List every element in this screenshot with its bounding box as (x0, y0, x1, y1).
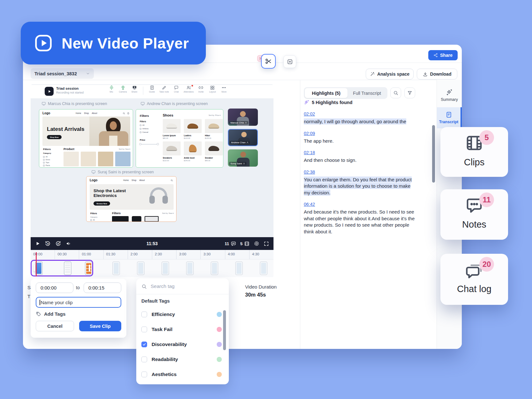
timeline-thumbnail[interactable] (186, 261, 194, 275)
transcript-timestamp[interactable]: 06:42 (304, 202, 315, 207)
camera-button[interactable]: Camera (119, 85, 127, 93)
timeline-thumbnail[interactable] (161, 261, 169, 275)
participant-video-marcus[interactable]: Marcus Chia (228, 109, 258, 126)
shared-screen-electronics[interactable]: Logo Home Shop About Shop the LatestElec… (86, 176, 176, 222)
timeline-tick[interactable]: 3:00 (176, 250, 200, 259)
chat-log-card[interactable]: 20 Chat log (440, 254, 508, 305)
product-image[interactable] (81, 152, 96, 166)
product-image[interactable] (184, 119, 202, 133)
tab-summary[interactable]: Summary (437, 89, 462, 102)
take-note-button[interactable]: Take note (159, 85, 169, 93)
checkbox[interactable] (141, 372, 147, 377)
comments-counter[interactable]: 11 (225, 241, 236, 246)
transcript-text[interactable]: You can enlarge them. Do you feel that t… (304, 177, 417, 196)
transcript-search-button[interactable] (390, 87, 401, 98)
fullscreen-icon[interactable] (264, 241, 269, 246)
category-filters[interactable]: All Dress Tops Pants (43, 155, 50, 167)
product-image[interactable] (132, 216, 141, 222)
timeline-thumbnail[interactable] (137, 261, 145, 275)
transcript-scrollbar[interactable] (432, 125, 435, 183)
timeline-thumbnail[interactable] (260, 261, 267, 275)
clip-end-input[interactable]: 0:00:15 (84, 282, 121, 293)
transcript-timestamp[interactable]: 02:38 (304, 169, 315, 175)
screenshare-button[interactable]: Share (130, 85, 139, 93)
clip-end-handle[interactable] (89, 265, 90, 272)
checkbox[interactable] (141, 312, 147, 317)
clips-counter[interactable]: 5 (240, 241, 250, 246)
share-button[interactable]: Share (428, 50, 458, 60)
settings-gear-icon[interactable] (254, 241, 259, 246)
timeline-tick[interactable]: 4:00 (225, 250, 249, 259)
transcript-timestamp[interactable]: 02:09 (304, 131, 315, 136)
product-image[interactable] (163, 141, 181, 155)
timeline-tick[interactable]: 00:00 (31, 250, 55, 259)
timeline-tick[interactable]: 2:00 (128, 250, 152, 259)
product-image[interactable] (163, 119, 181, 133)
tab-highlights[interactable]: Highlights (5) (305, 88, 348, 98)
tag-panel-scrollbar[interactable] (223, 310, 226, 350)
product-image[interactable] (64, 152, 79, 166)
notes-card[interactable]: 11 Notes (440, 189, 508, 240)
timeline-thumbnail[interactable] (112, 261, 120, 275)
product-image[interactable] (145, 216, 159, 222)
checkbox[interactable] (141, 327, 147, 332)
cancel-button[interactable]: Cancel (36, 321, 74, 331)
browse-now-button[interactable]: Browse Now (94, 201, 110, 206)
timeline-tick[interactable]: 00:30 (55, 250, 79, 259)
tag-option-readability[interactable]: Readability (136, 352, 229, 367)
product-image[interactable] (112, 216, 129, 222)
chat-button[interactable]: Chat (172, 85, 180, 93)
clips-card[interactable]: 5 Clips (440, 127, 508, 177)
clip-start-input[interactable]: 0:00:00 (36, 282, 73, 293)
analysis-space-button[interactable]: Analysis space (366, 69, 414, 79)
timeline-filmstrip[interactable] (31, 260, 273, 277)
invite-button[interactable]: Invite (197, 85, 205, 93)
clip-name-input[interactable]: Name your clip (36, 297, 121, 308)
tag-option-task-fail[interactable]: Task Fail (136, 322, 229, 337)
add-highlight-button[interactable] (283, 55, 296, 68)
tab-transcript[interactable]: Transcript (437, 107, 462, 128)
transcript-timestamp[interactable]: 02:18 (304, 150, 315, 155)
shared-screen-shoes[interactable]: Filters Filters All Athletic Casual Pric… (136, 109, 223, 168)
shop-now-button[interactable]: Shop Now (47, 135, 62, 139)
transcript-filter-button[interactable] (404, 87, 415, 98)
timeline-tick[interactable]: 4:30 (249, 250, 273, 259)
product-image[interactable] (98, 152, 113, 166)
sort-dropdown[interactable]: Sort by: Price ▾ (209, 114, 221, 116)
clip-start-handle[interactable] (34, 265, 35, 272)
tag-search-input[interactable]: Search tag (141, 283, 175, 289)
timeline-thumbnail[interactable] (235, 261, 243, 275)
tag-option-aesthetics[interactable]: Aesthetics (136, 367, 229, 382)
attendees-button[interactable]: Attendees (184, 85, 194, 93)
tab-full-transcript[interactable]: Full Transcript (348, 88, 386, 98)
sort-dropdown[interactable]: Sort by: New ▾ (119, 148, 130, 150)
timeline-thumbnail[interactable] (211, 261, 218, 275)
mic-button[interactable]: Mic (107, 85, 116, 93)
transcript-text[interactable]: And because it's the new products. So I … (304, 209, 417, 235)
transcript-timestamp[interactable]: 02:02 (304, 111, 315, 117)
playhead[interactable] (36, 252, 37, 276)
checkbox-checked[interactable] (141, 342, 147, 347)
timeline-ruler[interactable]: 00:00 00:30 01:00 01:30 2:00 2:30 3:00 3… (31, 250, 273, 260)
more-button[interactable]: More (220, 85, 228, 93)
transcript-text[interactable]: normally, I will go through around, go a… (304, 118, 417, 125)
download-button[interactable]: Download (417, 69, 457, 79)
participant-video-suraj[interactable]: Suraj Saini (228, 149, 258, 167)
layout-button[interactable]: Layout (208, 85, 217, 93)
sort-dropdown[interactable]: Sort by: New ▾ (162, 212, 174, 214)
transcript-text[interactable]: And then choose to sign. (304, 157, 417, 164)
timeline-tick[interactable]: 01:30 (103, 250, 128, 259)
guide-button[interactable]: Guide (148, 85, 156, 93)
transcript-text[interactable]: The app here. (304, 138, 417, 145)
product-image[interactable] (184, 141, 202, 155)
price-slider[interactable] (140, 144, 158, 145)
participant-video-andrew[interactable]: Andrew Chan (228, 129, 258, 146)
shared-screen-fashion[interactable]: Logo Home Shop About Latest Arrivals Sho… (39, 109, 133, 168)
timeline-tick[interactable]: 2:30 (152, 250, 176, 259)
shoe-filters[interactable]: All Athletic Casual (140, 124, 149, 134)
tag-option-discoverability[interactable]: Discoverability (136, 337, 229, 352)
save-clip-button[interactable]: Save Clip (79, 321, 121, 331)
checkbox[interactable] (141, 357, 147, 362)
product-image[interactable] (115, 152, 131, 166)
create-clip-button[interactable] (261, 54, 276, 69)
